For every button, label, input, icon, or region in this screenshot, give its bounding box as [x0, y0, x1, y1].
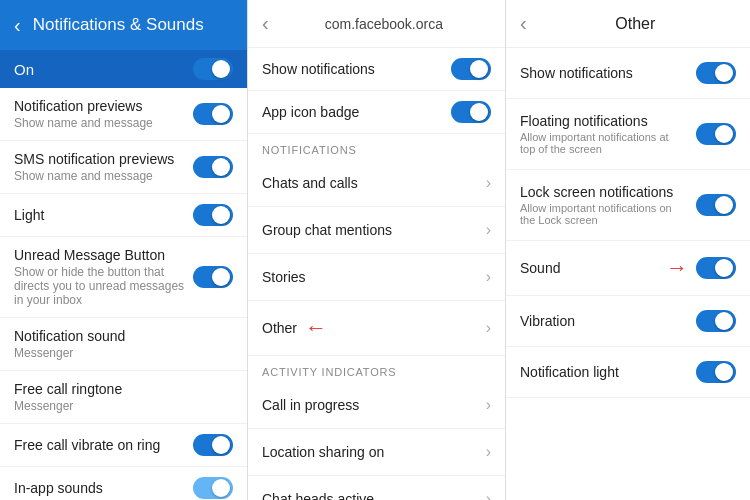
- free-call-vibrate-item[interactable]: Free call vibrate on ring: [0, 424, 247, 467]
- floating-notifications-item[interactable]: Floating notifications Allow important n…: [506, 99, 750, 170]
- light-item[interactable]: Light: [0, 194, 247, 237]
- unread-message-button-item[interactable]: Unread Message Button Show or hide the b…: [0, 237, 247, 318]
- panel3-back-icon[interactable]: ‹: [520, 12, 527, 35]
- lock-screen-notifications-toggle[interactable]: [696, 194, 736, 216]
- panel2-header: ‹ com.facebook.orca: [248, 0, 505, 48]
- notification-light-toggle[interactable]: [696, 361, 736, 383]
- stories-chevron: ›: [486, 268, 491, 286]
- panel1-header: ‹ Notifications & Sounds: [0, 0, 247, 50]
- chats-and-calls-chevron: ›: [486, 174, 491, 192]
- show-notifications-3-item[interactable]: Show notifications: [506, 48, 750, 99]
- panel-app-notifications: ‹ com.facebook.orca Show notifications A…: [248, 0, 506, 500]
- notification-sound-subtitle: Messenger: [14, 346, 125, 360]
- light-toggle[interactable]: [193, 204, 233, 226]
- show-notifications-3-title: Show notifications: [520, 65, 633, 81]
- notification-previews-title: Notification previews: [14, 98, 153, 114]
- call-in-progress-chevron: ›: [486, 396, 491, 414]
- show-notifications-3-toggle[interactable]: [696, 62, 736, 84]
- show-notifications-2-item[interactable]: Show notifications: [248, 48, 505, 91]
- notification-light-item[interactable]: Notification light: [506, 347, 750, 398]
- notification-light-title: Notification light: [520, 364, 619, 380]
- location-sharing-item[interactable]: Location sharing on ›: [248, 429, 505, 476]
- group-chat-mentions-label: Group chat mentions: [262, 222, 392, 238]
- panel1-items: Notification previews Show name and mess…: [0, 88, 247, 500]
- sound-toggle[interactable]: [696, 257, 736, 279]
- other-red-arrow: ←: [305, 315, 327, 341]
- panel3-title: Other: [535, 15, 736, 33]
- on-label: On: [14, 61, 34, 78]
- on-row: On: [0, 50, 247, 88]
- vibration-item[interactable]: Vibration: [506, 296, 750, 347]
- vibration-title: Vibration: [520, 313, 575, 329]
- back-icon[interactable]: ‹: [14, 14, 21, 37]
- chats-and-calls-label: Chats and calls: [262, 175, 358, 191]
- notification-previews-item[interactable]: Notification previews Show name and mess…: [0, 88, 247, 141]
- in-app-sounds-title: In-app sounds: [14, 480, 103, 496]
- floating-notifications-subtitle: Allow important notifications at top of …: [520, 131, 675, 155]
- app-icon-badge-title: App icon badge: [262, 104, 359, 120]
- sms-notification-previews-toggle[interactable]: [193, 156, 233, 178]
- sms-notification-previews-title: SMS notification previews: [14, 151, 174, 167]
- panel3-items: Show notifications Floating notification…: [506, 48, 750, 500]
- sms-notification-previews-item[interactable]: SMS notification previews Show name and …: [0, 141, 247, 194]
- free-call-ringtone-title: Free call ringtone: [14, 381, 122, 397]
- location-sharing-chevron: ›: [486, 443, 491, 461]
- app-icon-badge-item[interactable]: App icon badge: [248, 91, 505, 134]
- notification-previews-toggle[interactable]: [193, 103, 233, 125]
- show-notifications-2-toggle[interactable]: [451, 58, 491, 80]
- location-sharing-label: Location sharing on: [262, 444, 384, 460]
- master-toggle[interactable]: [193, 58, 233, 80]
- free-call-vibrate-title: Free call vibrate on ring: [14, 437, 160, 453]
- panel-other: ‹ Other Show notifications Floating noti…: [506, 0, 750, 500]
- panel1-title: Notifications & Sounds: [33, 15, 204, 35]
- in-app-sounds-item[interactable]: In-app sounds: [0, 467, 247, 500]
- lock-screen-notifications-subtitle: Allow important notifications on the Loc…: [520, 202, 675, 226]
- free-call-ringtone-item[interactable]: Free call ringtone Messenger: [0, 371, 247, 424]
- group-chat-mentions-item[interactable]: Group chat mentions ›: [248, 207, 505, 254]
- panel2-items: Show notifications App icon badge NOTIFI…: [248, 48, 505, 500]
- sms-notification-previews-subtitle: Show name and message: [14, 169, 174, 183]
- unread-message-button-toggle[interactable]: [193, 266, 233, 288]
- vibration-toggle[interactable]: [696, 310, 736, 332]
- unread-message-button-subtitle: Show or hide the button that directs you…: [14, 265, 193, 307]
- panel-notifications-sounds: ‹ Notifications & Sounds On Notification…: [0, 0, 248, 500]
- notifications-section-label: NOTIFICATIONS: [248, 134, 505, 160]
- unread-message-button-title: Unread Message Button: [14, 247, 193, 263]
- free-call-ringtone-subtitle: Messenger: [14, 399, 122, 413]
- panel3-header: ‹ Other: [506, 0, 750, 48]
- free-call-vibrate-toggle[interactable]: [193, 434, 233, 456]
- lock-screen-notifications-item[interactable]: Lock screen notifications Allow importan…: [506, 170, 750, 241]
- sound-item[interactable]: Sound →: [506, 241, 750, 296]
- app-icon-badge-toggle[interactable]: [451, 101, 491, 123]
- in-app-sounds-toggle[interactable]: [193, 477, 233, 499]
- floating-notifications-title: Floating notifications: [520, 113, 675, 129]
- chats-and-calls-item[interactable]: Chats and calls ›: [248, 160, 505, 207]
- group-chat-mentions-chevron: ›: [486, 221, 491, 239]
- show-notifications-2-title: Show notifications: [262, 61, 375, 77]
- call-in-progress-label: Call in progress: [262, 397, 359, 413]
- sound-red-arrow: →: [666, 255, 688, 281]
- stories-label: Stories: [262, 269, 306, 285]
- notification-sound-item[interactable]: Notification sound Messenger: [0, 318, 247, 371]
- other-label: Other: [262, 320, 297, 336]
- panel2-back-icon[interactable]: ‹: [262, 12, 269, 35]
- sound-title: Sound: [520, 260, 560, 276]
- notification-previews-subtitle: Show name and message: [14, 116, 153, 130]
- notification-sound-title: Notification sound: [14, 328, 125, 344]
- stories-item[interactable]: Stories ›: [248, 254, 505, 301]
- chat-heads-chevron: ›: [486, 490, 491, 500]
- activity-section-label: ACTIVITY INDICATORS: [248, 356, 505, 382]
- floating-notifications-toggle[interactable]: [696, 123, 736, 145]
- panel2-title: com.facebook.orca: [277, 16, 491, 32]
- lock-screen-notifications-title: Lock screen notifications: [520, 184, 675, 200]
- other-chevron: ›: [486, 319, 491, 337]
- other-item[interactable]: Other ← ›: [248, 301, 505, 356]
- chat-heads-label: Chat heads active: [262, 491, 374, 500]
- call-in-progress-item[interactable]: Call in progress ›: [248, 382, 505, 429]
- light-title: Light: [14, 207, 44, 223]
- chat-heads-item[interactable]: Chat heads active ›: [248, 476, 505, 500]
